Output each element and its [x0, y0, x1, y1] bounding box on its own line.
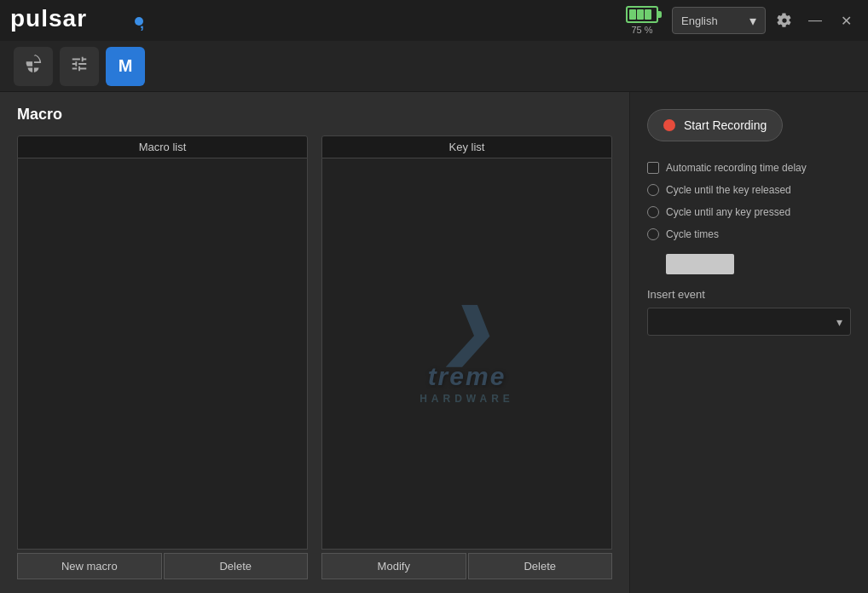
battery-percentage: 75 %	[631, 25, 652, 35]
macro-title: Macro	[17, 106, 612, 124]
auto-delay-checkbox[interactable]	[647, 162, 659, 174]
title-bar: pulsar ‚ 75 % English ▾ —	[0, 0, 868, 41]
battery-area: 75 %	[626, 6, 658, 35]
svg-text:‚: ‚	[140, 14, 145, 32]
svg-text:pulsar: pulsar	[10, 5, 87, 32]
macro-list-header: Macro list	[17, 135, 308, 158]
main-content: Macro Macro list New macro Delete Key li…	[0, 92, 868, 593]
mouse-icon	[24, 55, 43, 78]
close-icon: ✕	[841, 13, 852, 29]
minus-icon: —	[808, 13, 822, 28]
cycle-any-key-radio[interactable]	[647, 206, 659, 218]
auto-delay-option: Automatic recording time delay	[647, 162, 851, 174]
cycle-times-input[interactable]	[666, 254, 734, 274]
cycle-any-key-option: Cycle until any key pressed	[647, 206, 851, 218]
key-list-header: Key list	[321, 135, 612, 158]
record-dot-icon	[663, 119, 675, 131]
settings-button[interactable]	[773, 9, 796, 32]
watermark: ❯ treme HARDWARE	[420, 302, 514, 405]
logo: pulsar ‚	[10, 1, 147, 41]
logo-text: pulsar ‚	[10, 1, 147, 41]
insert-event-label: Insert event	[647, 288, 851, 301]
start-recording-button[interactable]: Start Recording	[647, 109, 783, 141]
cycle-key-released-option: Cycle until the key released	[647, 184, 851, 196]
insert-event-wrapper: Key press Key release Delay	[647, 308, 851, 336]
key-list-body: ❯ treme HARDWARE	[321, 158, 612, 550]
macro-list-body	[17, 158, 308, 550]
key-list-container: Key list ❯ treme HARDWARE Modify Delete	[321, 135, 612, 579]
lists-row: Macro list New macro Delete Key list ❯ t…	[17, 135, 612, 579]
cycle-times-label: Cycle times	[666, 228, 719, 240]
key-list-footer: Modify Delete	[321, 553, 612, 579]
minimize-button[interactable]: —	[803, 9, 827, 32]
close-button[interactable]: ✕	[834, 9, 858, 32]
battery-icon	[626, 6, 658, 23]
right-panel: Start Recording Automatic recording time…	[629, 92, 868, 593]
start-recording-label: Start Recording	[684, 118, 767, 132]
insert-event-select[interactable]: Key press Key release Delay	[647, 308, 851, 336]
auto-delay-label: Automatic recording time delay	[666, 162, 807, 174]
tab-macro[interactable]: M	[106, 47, 145, 86]
macro-delete-button[interactable]: Delete	[164, 553, 309, 579]
macro-icon: M	[119, 56, 133, 76]
chevron-down-icon: ▾	[749, 13, 756, 29]
macro-panel: Macro Macro list New macro Delete Key li…	[0, 92, 629, 593]
macro-list-container: Macro list New macro Delete	[17, 135, 308, 579]
cycle-key-released-label: Cycle until the key released	[666, 184, 791, 196]
watermark-treme: treme	[428, 362, 506, 391]
language-text: English	[681, 14, 718, 27]
tab-mouse[interactable]	[14, 47, 53, 86]
macro-list-footer: New macro Delete	[17, 553, 308, 579]
cycle-any-key-label: Cycle until any key pressed	[666, 206, 790, 218]
watermark-hardware: HARDWARE	[420, 393, 514, 405]
modify-button[interactable]: Modify	[321, 553, 466, 579]
new-macro-button[interactable]: New macro	[17, 553, 162, 579]
gear-icon	[777, 13, 792, 28]
key-delete-button[interactable]: Delete	[468, 553, 613, 579]
tab-settings[interactable]	[60, 47, 99, 86]
cycle-key-released-radio[interactable]	[647, 184, 659, 196]
tab-bar: M	[0, 41, 868, 92]
title-bar-right: 75 % English ▾ — ✕	[626, 6, 858, 35]
watermark-x: ❯	[442, 302, 492, 362]
sliders-icon	[70, 55, 89, 78]
cycle-times-option: Cycle times	[647, 228, 851, 240]
cycle-times-radio[interactable]	[647, 228, 659, 240]
language-selector[interactable]: English ▾	[672, 7, 766, 34]
